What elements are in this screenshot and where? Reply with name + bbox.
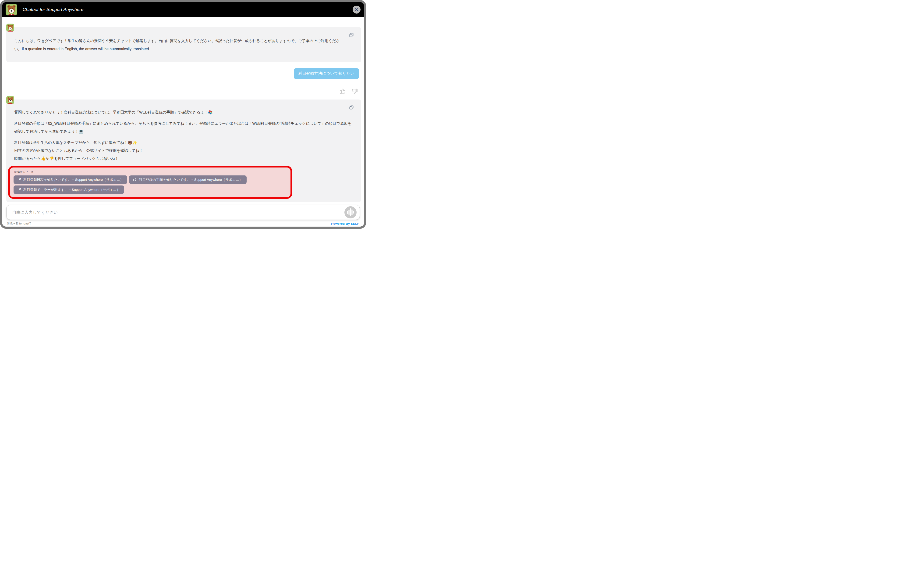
thumbs-up-icon[interactable] (339, 88, 346, 95)
source-chips: 科目登録日程を知りたいです。 − Support Anywhere（サポエニ） … (14, 176, 287, 194)
external-link-icon (133, 178, 137, 182)
message-input[interactable] (6, 205, 360, 219)
feedback-row (6, 88, 358, 95)
bot-avatar (6, 96, 14, 104)
external-link-icon (18, 188, 21, 192)
chatbot-window: Chatbot for Support Anywhere ✕ こんにちは。ワセダ… (0, 0, 366, 229)
source-link-schedule[interactable]: 科目登録日程を知りたいです。 − Support Anywhere（サポエニ） (14, 176, 127, 184)
copy-icon[interactable] (349, 105, 354, 110)
bot-message-answer: 質問してくれてありがとう！😊科目登録方法については、早稲田大学の「WEB科目登録… (6, 96, 361, 202)
source-link-label: 科目登録の手順を知りたいです。 − Support Anywhere（サポエニ） (139, 176, 243, 184)
thumbs-down-icon[interactable] (351, 88, 358, 95)
bot-intro-text: こんにちは。ワセダベアです！学生の皆さんの疑問や不安をチャットで解消します。自由… (14, 39, 340, 51)
powered-by-link[interactable]: Powered By SELF (331, 222, 359, 226)
answer-paragraph: 質問してくれてありがとう！😊科目登録方法については、早稲田大学の「WEB科目登録… (14, 108, 353, 116)
source-link-label: 科目登録でエラーが出ます。 − Support Anywhere（サポエニ） (23, 186, 120, 193)
source-link-error[interactable]: 科目登録でエラーが出ます。 − Support Anywhere（サポエニ） (14, 185, 124, 194)
bot-message-intro: こんにちは。ワセダベアです！学生の皆さんの疑問や不安をチャットで解消します。自由… (6, 24, 361, 62)
copy-icon[interactable] (349, 33, 354, 37)
window-title: Chatbot for Support Anywhere (22, 7, 84, 12)
voice-input-button[interactable] (344, 206, 357, 218)
answer-paragraph: 科目登録の手順は「02_WEB科目登録の手順」にまとめられているから、そちらを参… (14, 119, 353, 135)
header: Chatbot for Support Anywhere ✕ (2, 2, 364, 17)
footer: Shift + Enterで改行 Powered By SELF (7, 222, 359, 226)
input-hint: Shift + Enterで改行 (7, 222, 31, 226)
bot-bubble: こんにちは。ワセダベアです！学生の皆さんの疑問や不安をチャットで解消します。自由… (6, 27, 361, 62)
bot-avatar (6, 4, 17, 15)
user-message-bubble: 科目登録方法について知りたい (294, 68, 359, 79)
waveform-icon (347, 208, 354, 216)
message-input-container (6, 205, 360, 220)
source-link-procedure[interactable]: 科目登録の手順を知りたいです。 − Support Anywhere（サポエニ） (129, 176, 246, 184)
close-icon[interactable]: ✕ (353, 6, 360, 14)
bot-bubble: 質問してくれてありがとう！😊科目登録方法については、早稲田大学の「WEB科目登録… (6, 100, 361, 202)
user-message-row: 科目登録方法について知りたい (6, 68, 359, 79)
resize-grip[interactable] (360, 222, 363, 226)
external-link-icon (18, 178, 21, 182)
related-sources-annotation: 関連するソース 科目登録日程を知りたいです。 − Support Anywher… (8, 166, 292, 199)
related-sources-label: 関連するソース (14, 170, 287, 174)
chat-area: こんにちは。ワセダベアです！学生の皆さんの疑問や不安をチャットで解消します。自由… (2, 17, 364, 202)
answer-paragraph: 科目登録は学生生活の大事なステップだから、焦らずに進めてね！🐻✨ 回答の内容が正… (14, 139, 353, 163)
bot-avatar (6, 24, 14, 32)
source-link-label: 科目登録日程を知りたいです。 − Support Anywhere（サポエニ） (23, 176, 123, 184)
